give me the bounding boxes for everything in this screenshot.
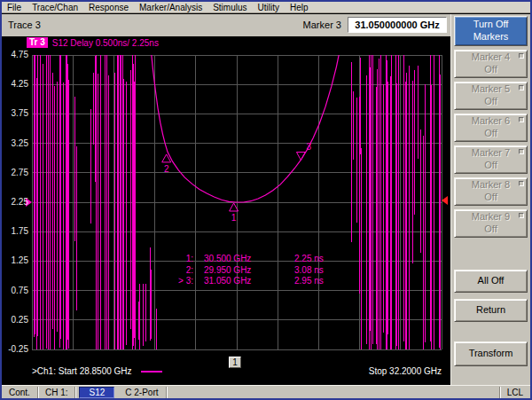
marker-readout-id: 2: [176, 265, 204, 277]
chart-area: Tr 3 S12 Delay 0.500ns/ 2.25ns 123 4.754… [2, 36, 450, 385]
marker-frequency-field[interactable]: 31.050000000 GHz [348, 17, 447, 33]
marker-readout-frequency: 29.950 GHz [204, 265, 294, 277]
menu-item-file[interactable]: File [2, 2, 27, 13]
toggle-indicator [519, 117, 524, 122]
menu-item-response[interactable]: Response [83, 2, 134, 13]
softkey-label: Marker 5 [455, 83, 527, 96]
header-bar: Trace 3 Marker 3 31.050000000 GHz [2, 14, 450, 36]
marker-readout-value: 3.08 ns [294, 265, 351, 277]
menu-item-utility[interactable]: Utility [253, 2, 285, 13]
y-axis-tick-label: 4.25 [2, 79, 28, 90]
softkey-panel: Turn Off Markers Marker 4OffMarker 5OffM… [450, 14, 530, 385]
channel-badge: 1 [229, 357, 241, 368]
softkey-label: Marker 9 [455, 211, 527, 224]
marker-1-number: 1 [231, 213, 237, 223]
softkey-state: Off [455, 224, 527, 236]
start-frequency-label: >Ch1: Start 28.8500 GHz [32, 366, 132, 376]
y-axis-tick-label: 0.25 [2, 315, 28, 325]
y-axis-tick-label: 3.25 [2, 138, 28, 149]
group-delay-trace [148, 36, 348, 202]
softkey-state: Off [455, 96, 527, 108]
plot-svg: 123 [2, 36, 450, 385]
marker-9-off-button[interactable]: Marker 9Off [454, 209, 528, 238]
stop-frequency-label: Stop 32.2000 GHz [369, 366, 442, 376]
toggle-indicator [519, 213, 524, 218]
softkey-label: Marker 7 [455, 147, 527, 160]
toggle-indicator [519, 53, 524, 59]
trace-badge[interactable]: Tr 3 [27, 37, 48, 48]
marker-readout-table: 1:30.500 GHz2.25 ns2:29.950 GHz3.08 ns> … [176, 254, 351, 287]
marker-6-off-button[interactable]: Marker 6Off [454, 114, 528, 142]
sweep-status: Cont. [2, 387, 38, 398]
marker-7-off-button[interactable]: Marker 7Off [454, 145, 528, 174]
marker-2-number: 2 [164, 164, 169, 174]
all-off-button[interactable]: All Off [454, 270, 528, 293]
marker-readout-row: > 3:31.050 GHz2.95 ns [176, 276, 351, 287]
y-axis-labels: 4.754.253.753.252.752.251.751.250.750.25… [2, 36, 30, 385]
marker-readout-id: > 3: [176, 276, 204, 287]
marker-8-off-button[interactable]: Marker 8Off [454, 177, 528, 206]
marker-5-off-button[interactable]: Marker 5Off [454, 82, 528, 110]
trace-legend-dash [141, 371, 162, 373]
menu-item-stimulus[interactable]: Stimulus [207, 2, 252, 13]
trace-info-label: S12 Delay 0.500ns/ 2.25ns [52, 38, 159, 48]
marker-entry: Marker 3 31.050000000 GHz [303, 17, 447, 33]
menu-bar: FileTrace/ChanResponseMarker/AnalysisSti… [2, 2, 530, 13]
softkey-state: Off [455, 192, 527, 204]
toggle-indicator [519, 85, 524, 90]
marker-readout-value: 2.25 ns [294, 254, 351, 265]
toggle-indicator [519, 149, 524, 154]
status-bar: Cont. CH 1: S12 C 2-Port LCL [2, 385, 530, 398]
menu-item-marker-analysis[interactable]: Marker/Analysis [134, 2, 207, 13]
measurement-status: S12 [79, 387, 114, 398]
toggle-indicator [519, 181, 524, 186]
marker-entry-label: Marker 3 [303, 20, 341, 30]
cal-status: C 2-Port [118, 387, 166, 398]
marker-readout-frequency: 31.050 GHz [204, 276, 294, 287]
softkey-state: Off [455, 128, 527, 140]
y-axis-tick-label: 2.25 [2, 197, 28, 208]
marker-softkeys: Marker 4OffMarker 5OffMarker 6OffMarker … [454, 50, 528, 238]
softkey-label: Marker 4 [455, 51, 527, 64]
y-axis-tick-label: 1.25 [2, 255, 28, 266]
marker-readout-row: 2:29.950 GHz3.08 ns [176, 265, 351, 277]
y-axis-tick-label: 4.75 [2, 50, 28, 60]
y-axis-tick-label: 1.75 [2, 226, 28, 237]
trace-title: Trace 3 [8, 20, 41, 30]
marker-3-number: 3 [306, 142, 311, 152]
marker-readout-row: 1:30.500 GHz2.25 ns [176, 254, 351, 265]
y-axis-tick-label: -0.25 [2, 344, 28, 355]
y-axis-tick-label: 2.75 [2, 168, 28, 178]
softkey-state: Off [455, 160, 527, 172]
menu-item-help[interactable]: Help [285, 2, 314, 13]
marker-readout-id: 1: [176, 254, 204, 265]
pna-analyzer-window: FileTrace/ChanResponseMarker/AnalysisSti… [0, 0, 532, 400]
trace-status-bar: Tr 3 S12 Delay 0.500ns/ 2.25ns [27, 37, 159, 48]
return-button[interactable]: Return [454, 299, 528, 322]
y-axis-tick-label: 0.75 [2, 286, 28, 296]
channel-status: CH 1: [38, 387, 76, 398]
softkey-label: Marker 6 [455, 115, 527, 128]
marker-readout-frequency: 30.500 GHz [204, 254, 294, 265]
turn-off-markers-button[interactable]: Turn Off Markers [454, 16, 528, 46]
softkey-label: Marker 8 [455, 179, 527, 192]
transform-button[interactable]: Transform [454, 341, 528, 366]
marker-readout-value: 2.95 ns [294, 276, 351, 287]
y-axis-tick-label: 3.75 [2, 108, 28, 119]
softkey-state: Off [455, 64, 527, 76]
marker-4-off-button[interactable]: Marker 4Off [454, 50, 528, 78]
lcl-status: LCL [499, 387, 530, 398]
reference-level-arrow-right [442, 196, 448, 205]
menu-item-trace-chan[interactable]: Trace/Chan [27, 2, 83, 13]
